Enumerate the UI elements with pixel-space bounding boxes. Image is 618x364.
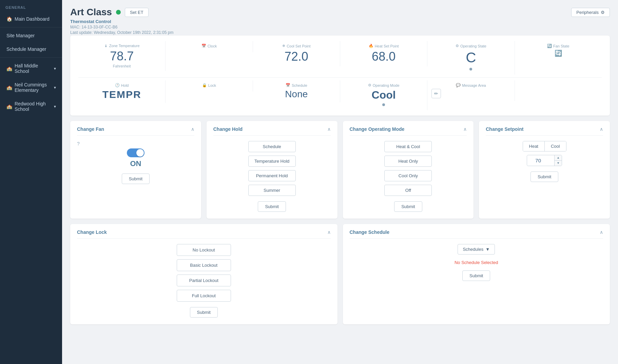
- change-hold-collapse[interactable]: ∧: [327, 126, 331, 132]
- chevron-down-icon-3: ▼: [53, 105, 57, 108]
- change-fan-collapse[interactable]: ∧: [191, 126, 194, 132]
- change-lock-collapse[interactable]: ∧: [327, 229, 331, 235]
- calendar-icon: 📅: [286, 83, 290, 87]
- change-hold-submit[interactable]: Submit: [258, 201, 286, 212]
- change-hold-header: Change Hold ∧: [213, 126, 331, 136]
- change-schedule-submit[interactable]: Submit: [462, 270, 490, 281]
- change-lock-panel: Change Lock ∧ No Lockout Basic Lockout P…: [70, 224, 337, 324]
- thermometer-icon: 🌡: [104, 44, 108, 48]
- change-fan-submit[interactable]: Submit: [122, 174, 150, 184]
- heat-setpoint-label: Heat Set Point: [375, 44, 399, 48]
- setpoint-decrement[interactable]: ▼: [555, 161, 562, 166]
- hold-option-summer[interactable]: Summer: [248, 185, 296, 196]
- change-hold-body: Schedule Temperature Hold Permanent Hold…: [213, 141, 331, 212]
- schedule-value: None: [257, 89, 336, 100]
- home-icon: 🏠: [6, 16, 12, 22]
- sidebar-divider-2: [0, 57, 62, 58]
- sidebar-item-label: Neil Cummings Elementary: [15, 82, 51, 93]
- mode-heat-only[interactable]: Heat Only: [384, 156, 432, 167]
- page-title: Art Class: [70, 7, 112, 18]
- zone-temp-value: 78.7: [82, 49, 161, 63]
- lock-no-lockout[interactable]: No Lockout: [177, 244, 231, 256]
- mode-heat-cool[interactable]: Heat & Cool: [384, 141, 432, 152]
- message-area-label: Message Area: [462, 83, 486, 87]
- empty-stat: [515, 80, 602, 86]
- schedule-label: Schedule: [292, 83, 307, 87]
- hold-option-permanent-hold[interactable]: Permanent Hold: [248, 170, 296, 181]
- cool-setpoint-label: Cool Set Point: [287, 44, 310, 48]
- change-setpoint-panel: Change Setpoint ∧ Heat Cool ▲ ▼ Submit: [479, 121, 610, 219]
- stats-row-top: 🌡 Zone Temperature 78.7 Fahrenheit 📅 Clo…: [78, 41, 602, 75]
- hold-stat: 🕐 Hold TEMPR: [78, 80, 166, 103]
- schedules-label: Schedules: [463, 247, 483, 252]
- flame-icon: 🔥: [369, 44, 373, 48]
- change-fan-body: ? ON Submit: [77, 141, 194, 184]
- operating-state-value: C: [431, 49, 510, 66]
- lock-basic-lockout[interactable]: Basic Lockout: [177, 259, 231, 271]
- change-operating-mode-header: Change Operating Mode ∧: [350, 126, 467, 136]
- sidebar-item-hall-middle[interactable]: 🏫 Hall Middle School ▼: [0, 59, 62, 78]
- set-et-button[interactable]: Set ET: [125, 8, 149, 17]
- no-schedule-text: No Schedule Selected: [455, 260, 498, 265]
- lock-icon: 🔒: [202, 83, 207, 87]
- change-fan-header: Change Fan ∧: [77, 126, 194, 136]
- sidebar-item-main-dashboard[interactable]: 🏠 Main Dashboard: [0, 12, 62, 26]
- setpoint-increment[interactable]: ▲: [555, 155, 562, 161]
- settings-icon-2: ⚙: [368, 83, 371, 87]
- change-operating-mode-body: Heat & Cool Heat Only Cool Only Off Subm…: [350, 141, 467, 212]
- toggle-thumb: [136, 149, 144, 157]
- change-schedule-panel: Change Schedule ∧ Schedules ▼ No Schedul…: [343, 224, 610, 324]
- hold-option-schedule[interactable]: Schedule: [248, 141, 296, 152]
- change-schedule-collapse[interactable]: ∧: [600, 229, 603, 235]
- stats-divider: [78, 77, 602, 78]
- change-mode-submit[interactable]: Submit: [394, 201, 422, 212]
- school-icon-2: 🏫: [6, 85, 12, 90]
- setpoint-input-container: ▲ ▼: [527, 155, 562, 166]
- edit-message-button[interactable]: ✏: [431, 89, 441, 98]
- sidebar-item-neil-cummings[interactable]: 🏫 Neil Cummings Elementary ▼: [0, 78, 62, 97]
- operating-state-label: Operating State: [460, 44, 486, 48]
- lock-stat: 🔒 Lock: [166, 80, 253, 92]
- change-setpoint-body: Heat Cool ▲ ▼ Submit: [486, 141, 603, 182]
- change-lock-title: Change Lock: [77, 229, 107, 235]
- change-lock-header: Change Lock ∧: [77, 229, 331, 239]
- lock-full-lockout[interactable]: Full Lockout: [177, 290, 231, 302]
- hold-option-temperature-hold[interactable]: Temperature Hold: [248, 156, 296, 167]
- sidebar-divider: [0, 27, 62, 27]
- fan-state-label-on: ON: [130, 159, 141, 168]
- mac-label: MAC: 14-13-33-0F-CC-B6: [70, 25, 610, 29]
- schedules-dropdown[interactable]: Schedules ▼: [458, 244, 495, 255]
- fan-toggle[interactable]: [127, 148, 144, 157]
- mode-cool-only[interactable]: Cool Only: [384, 170, 432, 181]
- help-icon[interactable]: ?: [77, 141, 80, 146]
- operating-mode-value: Cool: [344, 89, 423, 101]
- change-operating-mode-collapse[interactable]: ∧: [463, 126, 467, 132]
- chevron-down-icon-schedules: ▼: [485, 247, 490, 252]
- gear-icon: ⚙: [601, 10, 605, 15]
- panels-row-1: Change Fan ∧ ? ON Submit Change Hold ∧: [70, 121, 610, 219]
- sidebar-item-site-manager[interactable]: Site Manager: [0, 29, 62, 42]
- setpoint-heat-btn[interactable]: Heat: [523, 141, 545, 151]
- sidebar-item-label: Site Manager: [6, 33, 57, 38]
- sidebar-item-redwood-high[interactable]: 🏫 Redwood High School ▼: [0, 97, 62, 116]
- change-setpoint-collapse[interactable]: ∧: [600, 126, 603, 132]
- change-setpoint-submit[interactable]: Submit: [530, 171, 558, 182]
- main-content: Art Class Set ET Peripherals ⚙ Thermosta…: [62, 0, 618, 364]
- panels-row-2: Change Lock ∧ No Lockout Basic Lockout P…: [70, 224, 610, 324]
- last-update-label: Last update: Wednesday, October 19th 202…: [70, 30, 610, 35]
- sidebar-item-label: Redwood High School: [15, 101, 51, 112]
- change-lock-submit[interactable]: Submit: [190, 307, 218, 318]
- sidebar-item-schedule-manager[interactable]: Schedule Manager: [0, 42, 62, 56]
- setpoint-value-input[interactable]: [527, 156, 554, 165]
- change-operating-mode-panel: Change Operating Mode ∧ Heat & Cool Heat…: [343, 121, 474, 219]
- mode-off[interactable]: Off: [384, 185, 432, 196]
- cool-setpoint-stat: ❄ Cool Set Point 72.0: [253, 41, 340, 66]
- setpoint-cool-btn[interactable]: Cool: [545, 141, 566, 151]
- lock-partial-lockout[interactable]: Partial Lockout: [177, 275, 231, 286]
- peripherals-button[interactable]: Peripherals ⚙: [571, 8, 610, 17]
- change-operating-mode-title: Change Operating Mode: [350, 126, 405, 132]
- sidebar-item-label: Schedule Manager: [6, 46, 57, 52]
- sidebar: GENERAL 🏠 Main Dashboard Site Manager Sc…: [0, 0, 62, 364]
- lock-label: Lock: [208, 83, 216, 87]
- hold-label: Hold: [121, 83, 129, 87]
